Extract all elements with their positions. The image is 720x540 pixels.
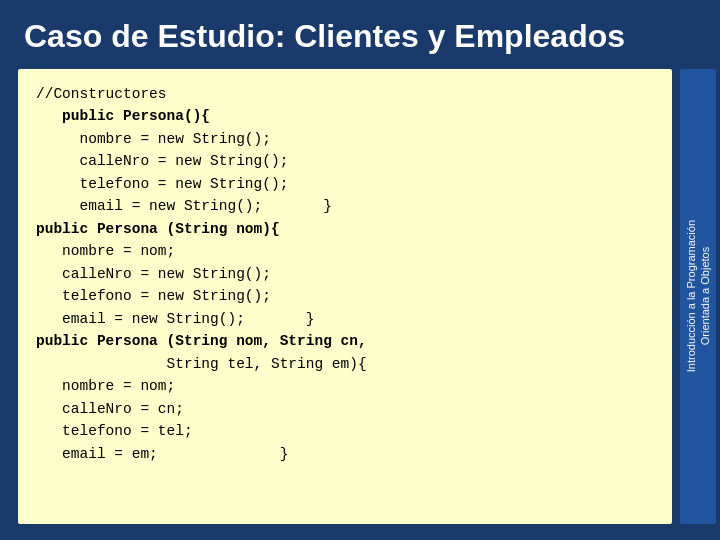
code-line: //Constructores bbox=[36, 86, 167, 102]
code-area: //Constructores public Persona(){ nombre… bbox=[18, 69, 672, 524]
code-line: public Persona(){ bbox=[36, 108, 210, 124]
code-line: telefono = new String(); bbox=[36, 176, 288, 192]
slide: Caso de Estudio: Clientes y Empleados //… bbox=[0, 0, 720, 540]
code-line: calleNro = new String(); bbox=[36, 153, 288, 169]
sidebar-label: Introducción a la Programación Orientada… bbox=[684, 220, 713, 372]
slide-title: Caso de Estudio: Clientes y Empleados bbox=[24, 18, 625, 54]
code-line: nombre = new String(); bbox=[36, 131, 271, 147]
code-line: calleNro = new String(); bbox=[36, 266, 271, 282]
code-block: //Constructores public Persona(){ nombre… bbox=[36, 83, 654, 465]
code-line: telefono = tel; bbox=[36, 423, 193, 439]
code-line: public Persona (String nom, String cn, bbox=[36, 333, 367, 349]
code-line: telefono = new String(); bbox=[36, 288, 271, 304]
code-line: email = new String(); } bbox=[36, 311, 314, 327]
code-line: nombre = nom; bbox=[36, 378, 175, 394]
main-content: //Constructores public Persona(){ nombre… bbox=[0, 69, 720, 540]
title-bar: Caso de Estudio: Clientes y Empleados bbox=[0, 0, 720, 69]
code-line: email = em; } bbox=[36, 446, 288, 462]
code-line: nombre = nom; bbox=[36, 243, 175, 259]
code-line: calleNro = cn; bbox=[36, 401, 184, 417]
code-line: email = new String(); } bbox=[36, 198, 332, 214]
code-line: public Persona (String nom){ bbox=[36, 221, 280, 237]
sidebar: Introducción a la Programación Orientada… bbox=[680, 69, 716, 524]
code-line: String tel, String em){ bbox=[36, 356, 367, 372]
